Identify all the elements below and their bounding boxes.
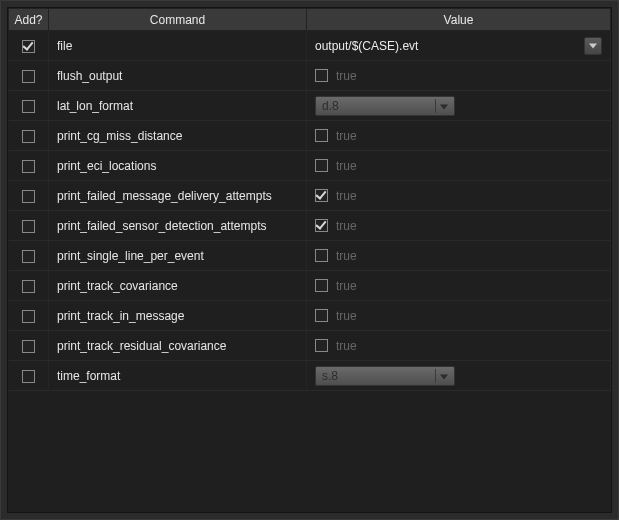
table-row: lat_lon_formatd.8 bbox=[9, 91, 611, 121]
value-true-label: true bbox=[336, 159, 357, 173]
dropdown-label: d.8 bbox=[322, 99, 431, 113]
value-checkbox[interactable] bbox=[315, 159, 328, 172]
table-row: print_eci_locationstrue bbox=[9, 151, 611, 181]
command-label: print_cg_miss_distance bbox=[57, 129, 298, 143]
value-true-label: true bbox=[336, 339, 357, 353]
add-checkbox[interactable] bbox=[22, 130, 35, 143]
value-checkbox[interactable] bbox=[315, 189, 328, 202]
value-true-label: true bbox=[336, 69, 357, 83]
value-true-label: true bbox=[336, 309, 357, 323]
value-text-input[interactable]: output/$(CASE).evt bbox=[315, 39, 580, 53]
settings-panel: Add? Command Value fileoutput/$(CASE).ev… bbox=[7, 7, 612, 513]
value-checkbox[interactable] bbox=[315, 219, 328, 232]
command-label: print_failed_message_delivery_attempts bbox=[57, 189, 298, 203]
value-true-label: true bbox=[336, 129, 357, 143]
add-checkbox[interactable] bbox=[22, 40, 35, 53]
value-checkbox[interactable] bbox=[315, 249, 328, 262]
table-row: print_track_in_messagetrue bbox=[9, 301, 611, 331]
command-label: print_failed_sensor_detection_attempts bbox=[57, 219, 298, 233]
table-row: flush_outputtrue bbox=[9, 61, 611, 91]
value-checkbox[interactable] bbox=[315, 69, 328, 82]
dropdown-label: s.8 bbox=[322, 369, 431, 383]
value-dropdown[interactable]: s.8 bbox=[315, 366, 455, 386]
add-checkbox[interactable] bbox=[22, 250, 35, 263]
value-true-label: true bbox=[336, 219, 357, 233]
command-label: time_format bbox=[57, 369, 298, 383]
chevron-down-icon bbox=[440, 369, 448, 383]
value-true-label: true bbox=[336, 279, 357, 293]
header-command[interactable]: Command bbox=[49, 9, 307, 31]
add-checkbox[interactable] bbox=[22, 310, 35, 323]
command-label: print_track_covariance bbox=[57, 279, 298, 293]
header-add[interactable]: Add? bbox=[9, 9, 49, 31]
value-true-label: true bbox=[336, 189, 357, 203]
command-label: print_single_line_per_event bbox=[57, 249, 298, 263]
value-dropdown-button[interactable] bbox=[584, 37, 602, 55]
table-row: print_cg_miss_distancetrue bbox=[9, 121, 611, 151]
value-checkbox[interactable] bbox=[315, 279, 328, 292]
header-value[interactable]: Value bbox=[307, 9, 611, 31]
table-row: print_single_line_per_eventtrue bbox=[9, 241, 611, 271]
command-label: flush_output bbox=[57, 69, 298, 83]
table-row: print_track_covariancetrue bbox=[9, 271, 611, 301]
command-label: print_eci_locations bbox=[57, 159, 298, 173]
command-table: Add? Command Value fileoutput/$(CASE).ev… bbox=[8, 8, 611, 391]
table-row: fileoutput/$(CASE).evt bbox=[9, 31, 611, 61]
command-label: file bbox=[57, 39, 298, 53]
add-checkbox[interactable] bbox=[22, 190, 35, 203]
table-row: print_failed_message_delivery_attemptstr… bbox=[9, 181, 611, 211]
value-checkbox[interactable] bbox=[315, 339, 328, 352]
add-checkbox[interactable] bbox=[22, 220, 35, 233]
add-checkbox[interactable] bbox=[22, 70, 35, 83]
value-checkbox[interactable] bbox=[315, 129, 328, 142]
command-label: print_track_in_message bbox=[57, 309, 298, 323]
value-true-label: true bbox=[336, 249, 357, 263]
add-checkbox[interactable] bbox=[22, 340, 35, 353]
add-checkbox[interactable] bbox=[22, 160, 35, 173]
command-label: lat_lon_format bbox=[57, 99, 298, 113]
command-label: print_track_residual_covariance bbox=[57, 339, 298, 353]
table-row: time_formats.8 bbox=[9, 361, 611, 391]
value-checkbox[interactable] bbox=[315, 309, 328, 322]
table-row: print_failed_sensor_detection_attemptstr… bbox=[9, 211, 611, 241]
add-checkbox[interactable] bbox=[22, 370, 35, 383]
add-checkbox[interactable] bbox=[22, 280, 35, 293]
value-dropdown[interactable]: d.8 bbox=[315, 96, 455, 116]
table-row: print_track_residual_covariancetrue bbox=[9, 331, 611, 361]
add-checkbox[interactable] bbox=[22, 100, 35, 113]
window-frame: Add? Command Value fileoutput/$(CASE).ev… bbox=[0, 0, 619, 520]
chevron-down-icon bbox=[440, 99, 448, 113]
